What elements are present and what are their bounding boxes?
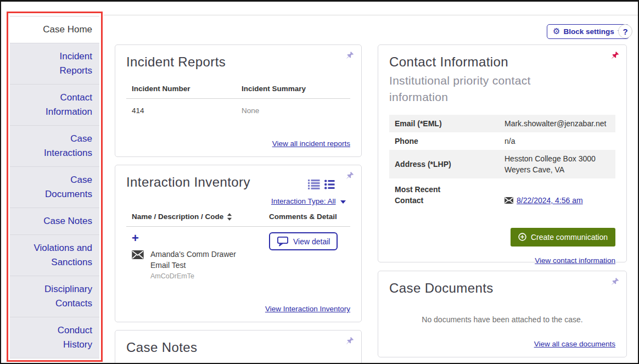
email-envelope-icon (505, 197, 513, 204)
incident-reports-card: Incident Reports Incident Number Inciden… (115, 44, 362, 157)
contact-information-title: Contact Information (389, 54, 615, 70)
most-recent-contact-link[interactable]: 8/22/2024, 4:56 am (517, 195, 583, 206)
interaction-inventory-title: Interaction Inventory (126, 174, 250, 191)
address-label: Address (*LHP) (395, 159, 505, 170)
header-divider (103, 15, 638, 15)
interaction-table-header: Name / Description / Code Comments & Det… (126, 212, 350, 227)
plus-circle-icon (518, 233, 526, 241)
case-home-page: ⚙ Block settings ? Case Home Incident Re… (0, 0, 639, 364)
address-value: Hesston College Box 3000 Weyers Cave, VA (505, 153, 610, 175)
sidebar-item-case-home[interactable]: Case Home (10, 16, 99, 43)
email-label: Email (*EML) (395, 118, 505, 129)
pin-icon[interactable] (344, 51, 355, 61)
view-all-case-documents-link[interactable]: View all case documents (534, 340, 615, 348)
most-recent-contact-label: Most Recent Contact (395, 184, 505, 206)
sidebar-item-disciplinary-contacts[interactable]: Disciplinary Contacts (10, 276, 99, 317)
sidebar-item-case-notes[interactable]: Case Notes (10, 208, 99, 235)
view-all-incident-reports-link[interactable]: View all incident reports (272, 139, 350, 148)
contact-row-address: Address (*LHP) Hesston College Box 3000 … (389, 150, 615, 178)
pin-icon[interactable] (344, 336, 355, 347)
phone-value: n/a (505, 136, 610, 147)
contact-information-subtitle: Institutional priority contact informati… (389, 72, 570, 106)
view-contact-information-link[interactable]: View contact information (535, 256, 615, 265)
pin-icon-pinned[interactable] (609, 51, 620, 61)
interaction-inventory-card: Interaction Inventory Interaction Type: … (115, 165, 362, 322)
phone-label: Phone (395, 136, 505, 147)
incident-summary-cell: None (242, 107, 350, 115)
block-settings-label: Block settings (563, 27, 614, 36)
incident-number-cell: 414 (132, 107, 242, 115)
sort-icon (227, 213, 232, 221)
chevron-down-icon (340, 200, 346, 204)
create-communication-button[interactable]: Create communication (511, 228, 615, 247)
speech-bubble-icon (277, 236, 289, 247)
sidebar-item-contact-information[interactable]: Contact Information (10, 85, 99, 126)
view-detail-button[interactable]: View detail (269, 232, 338, 250)
email-envelope-icon (132, 250, 144, 280)
expand-row-icon[interactable]: + (132, 232, 139, 244)
case-documents-card: Case Documents No documents have been at… (378, 271, 627, 357)
sidebar: Case Home Incident Reports Contact Infor… (10, 16, 99, 359)
incident-reports-title: Incident Reports (126, 54, 350, 70)
contact-information-card: Contact Information Institutional priori… (378, 44, 627, 262)
view-detail-label: View detail (293, 237, 330, 246)
pin-icon[interactable] (609, 277, 620, 288)
case-documents-title: Case Documents (389, 280, 615, 296)
column-header-incident-summary: Incident Summary (242, 85, 350, 93)
help-button[interactable]: ? (618, 24, 632, 38)
incident-table-row[interactable]: 414 None (126, 99, 350, 115)
contact-row-email: Email (*EML) Mark.showalter@jenzabar.net (389, 115, 615, 132)
contact-row-most-recent: Most Recent Contact 8/22/2024, 4:56 am (389, 178, 615, 209)
sidebar-item-incident-reports[interactable]: Incident Reports (10, 43, 99, 85)
sidebar-item-case-interactions[interactable]: Case Interactions (10, 126, 99, 167)
sidebar-item-case-documents[interactable]: Case Documents (10, 167, 99, 208)
pin-icon[interactable] (344, 171, 355, 182)
interaction-row: + Amanda's Comm Drawer Email Test AmCoDr… (126, 227, 350, 280)
view-interaction-inventory-link[interactable]: View Interaction Inventory (265, 305, 350, 313)
list-view-icon[interactable] (308, 180, 320, 192)
sidebar-item-conduct-history[interactable]: Conduct History (10, 317, 99, 359)
contact-row-phone: Phone n/a (389, 132, 615, 150)
interaction-type-filter[interactable]: Interaction Type: All (126, 196, 350, 206)
interaction-name: Amanda's Comm Drawer Email Test (150, 249, 236, 271)
email-value: Mark.showalter@jenzabar.net (505, 118, 610, 129)
interaction-code: AmCoDrEmTe (150, 272, 236, 280)
case-notes-card: Case Notes (115, 330, 362, 364)
case-notes-title: Case Notes (126, 339, 350, 356)
incident-table-header: Incident Number Incident Summary (126, 85, 350, 99)
block-settings-button[interactable]: ⚙ Block settings (547, 24, 629, 39)
gear-icon: ⚙ (553, 27, 560, 36)
summary-list-view-icon[interactable] (324, 180, 335, 192)
no-documents-message: No documents have been attached to the c… (389, 315, 615, 324)
column-header-name-description-code[interactable]: Name / Description / Code (132, 212, 269, 221)
sidebar-item-violations-sanctions[interactable]: Violations and Sanctions (10, 235, 99, 276)
column-header-incident-number: Incident Number (132, 85, 242, 93)
interaction-type-filter-label[interactable]: Interaction Type: All (271, 197, 336, 205)
column-header-comments-detail: Comments & Detail (269, 212, 350, 221)
create-communication-label: Create communication (531, 233, 608, 242)
name-description-code-label: Name / Description / Code (132, 212, 223, 221)
